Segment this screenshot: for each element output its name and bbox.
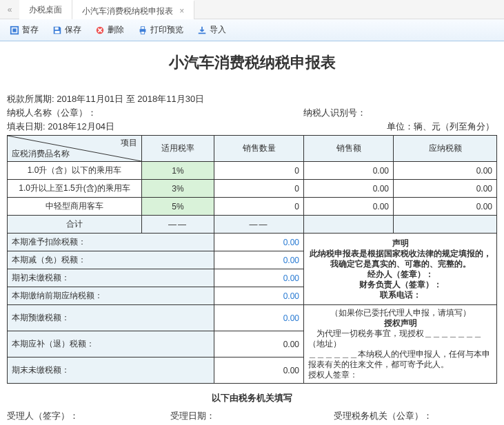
footer-row: 受理人（签字）： 受理日期： 受理税务机关（公章）： — [7, 410, 497, 422]
svg-rect-6 — [141, 26, 144, 29]
total-tax — [394, 216, 497, 234]
print-label: 打印预览 — [150, 24, 183, 36]
diag-header: 项目 应税消费品名称 — [8, 136, 142, 162]
decl2-line2a: 为代理一切税务事宜，现授权＿＿＿＿＿＿＿（地址） — [308, 329, 492, 349]
diag-bottom: 应税消费品名称 — [12, 148, 70, 160]
period-label: 税款所属期: — [7, 94, 54, 104]
main-table: 项目 应税消费品名称 适用税率 销售数量 销售额 应纳税额 1.0升（含）以下的… — [7, 135, 497, 384]
row-qty[interactable]: 0 — [214, 198, 304, 216]
decl1-line1: 此纳税申报表是根据国家税收法律的规定填报的，我确定它是真实的、可靠的、完整的。 — [308, 249, 492, 269]
tab-collapse-icon[interactable]: « — [0, 5, 19, 14]
row-name: 1.0升（含）以下的乘用车 — [8, 162, 142, 180]
left-val: 0.00 — [214, 357, 304, 384]
content-area: 小汽车消费税纳税申报表 税款所属期: 2018年11月01日 至 2018年11… — [0, 41, 504, 425]
left-label: 期初未缴税额： — [8, 269, 214, 287]
row-tax: 0.00 — [394, 162, 497, 180]
stash-icon — [10, 25, 19, 35]
delete-button[interactable]: 删除 — [90, 23, 130, 37]
unit-label: 单位：辆、元（列至角分） — [387, 121, 494, 132]
svg-rect-2 — [55, 27, 59, 30]
svg-rect-7 — [141, 31, 144, 34]
left-label: 本期减（免）税额： — [8, 251, 214, 269]
footer-acc-date: 受理日期： — [170, 410, 334, 422]
save-label: 保存 — [65, 24, 81, 36]
col-tax: 应纳税额 — [394, 136, 497, 162]
svg-rect-3 — [55, 30, 60, 33]
decl2-line2b: ＿＿＿＿＿＿本纳税人的代理申报人，任何与本申报表有关的往来文件，都可寄予此人。 — [308, 349, 492, 370]
stash-button[interactable]: 暂存 — [4, 23, 44, 37]
row-amount[interactable]: 0.00 — [304, 162, 394, 180]
row-name: 中轻型商用客车 — [8, 198, 142, 216]
row-amount[interactable]: 0.00 — [304, 180, 394, 198]
print-button[interactable]: 打印预览 — [132, 23, 189, 37]
footer-accepter: 受理人（签字）： — [7, 410, 170, 422]
left-val: 0.00 — [214, 331, 304, 357]
diag-top: 项目 — [121, 137, 137, 149]
row-qty[interactable]: 0 — [214, 180, 304, 198]
svg-rect-1 — [12, 28, 16, 32]
row-tax: 0.00 — [394, 198, 497, 216]
left-val[interactable]: 0.00 — [214, 234, 304, 251]
tab-bar: « 办税桌面 小汽车消费税纳税申报表 × — [0, 0, 504, 19]
row-tax: 0.00 — [394, 180, 497, 198]
dash-cell: —— — [214, 216, 304, 234]
decl2-line1: （如果你已委托代理人申报，请填写） — [308, 308, 492, 318]
print-icon — [138, 25, 148, 35]
decl2-title: 授权声明 — [308, 318, 492, 329]
col-rate: 适用税率 — [142, 136, 214, 162]
table-row: 中轻型商用客车 5% 0 0.00 0.00 — [8, 198, 497, 216]
delete-label: 删除 — [108, 24, 124, 36]
decl1-line4: 联系电话： — [308, 290, 492, 300]
delete-icon — [95, 25, 105, 35]
close-icon[interactable]: × — [179, 6, 184, 16]
save-icon — [52, 25, 62, 35]
left-label: 期末未缴税额： — [8, 357, 214, 384]
left-val[interactable]: 0.00 — [214, 269, 304, 287]
row-name: 1.0升以上至1.5升(含)的乘用车 — [8, 180, 142, 198]
col-amount: 销售额 — [304, 136, 394, 162]
left-label: 本期准予扣除税额： — [8, 234, 214, 251]
left-label: 本期预缴税额： — [8, 305, 214, 331]
row-rate[interactable]: 5% — [142, 198, 214, 216]
declaration-1: 声明 此纳税申报表是根据国家税收法律的规定填报的，我确定它是真实的、可靠的、完整… — [304, 234, 497, 305]
page-title: 小汽车消费税纳税申报表 — [7, 52, 497, 73]
total-row: 合计 —— —— — [8, 216, 497, 234]
decl2-line3: 授权人签章： — [308, 370, 492, 380]
decl1-title: 声明 — [308, 238, 492, 249]
save-button[interactable]: 保存 — [47, 23, 87, 37]
fill-date-label: 填表日期: — [7, 121, 46, 132]
row-rate[interactable]: 1% — [142, 162, 214, 180]
dash-cell: —— — [142, 216, 214, 234]
table-row: 1.0升以上至1.5升(含)的乘用车 3% 0 0.00 0.00 — [8, 180, 497, 198]
footer-section-title: 以下由税务机关填写 — [7, 392, 497, 404]
row-amount[interactable]: 0.00 — [304, 198, 394, 216]
left-label: 本期缴纳前期应纳税额： — [8, 287, 214, 305]
import-icon — [197, 25, 207, 35]
decl1-line2: 经办人（签章）： — [308, 269, 492, 280]
tab-current[interactable]: 小汽车消费税纳税申报表 × — [72, 0, 194, 19]
info-block: 税款所属期: 2018年11月01日 至 2018年11月30日 纳税人名称（公… — [7, 92, 497, 134]
period-value: 2018年11月01日 至 2018年11月30日 — [57, 94, 204, 104]
toolbar: 暂存 保存 删除 打印预览 导入 — [0, 19, 504, 41]
left-val[interactable]: 0.00 — [214, 305, 304, 331]
decl1-line3: 财务负责人（签章）： — [308, 280, 492, 290]
tab-label: 小汽车消费税纳税申报表 — [82, 6, 173, 16]
table-row: 1.0升（含）以下的乘用车 1% 0 0.00 0.00 — [8, 162, 497, 180]
payer-id-label: 纳税人识别号： — [303, 107, 366, 118]
left-val[interactable]: 0.00 — [214, 287, 304, 305]
footer-acc-org: 受理税务机关（公章）： — [334, 410, 497, 422]
payer-name-label: 纳税人名称（公章）： — [7, 107, 97, 118]
import-label: 导入 — [210, 24, 226, 36]
tab-desktop[interactable]: 办税桌面 — [19, 0, 72, 19]
left-val[interactable]: 0.00 — [214, 251, 304, 269]
total-label: 合计 — [8, 216, 142, 234]
declaration-2: （如果你已委托代理人申报，请填写） 授权声明 为代理一切税务事宜，现授权＿＿＿＿… — [304, 305, 497, 384]
import-button[interactable]: 导入 — [192, 23, 232, 37]
fill-date-value: 2018年12月04日 — [48, 121, 114, 132]
left-label: 本期应补（退）税额： — [8, 331, 214, 357]
row-qty[interactable]: 0 — [214, 162, 304, 180]
stash-label: 暂存 — [22, 24, 39, 36]
total-amount — [304, 216, 394, 234]
col-qty: 销售数量 — [214, 136, 304, 162]
row-rate[interactable]: 3% — [142, 180, 214, 198]
